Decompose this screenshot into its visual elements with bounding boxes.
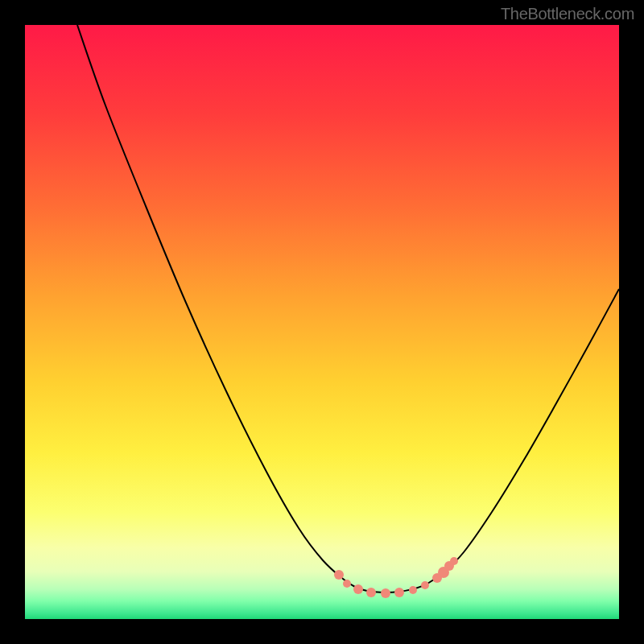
bottleneck-curve [25, 25, 619, 619]
curve-marker [366, 588, 376, 597]
curve-marker [353, 584, 363, 594]
curve-marker [343, 580, 351, 588]
curve-marker [381, 588, 390, 598]
curve-marker [334, 570, 344, 580]
watermark-text: TheBottleneck.com [501, 5, 634, 23]
plot-area [25, 25, 619, 619]
curve-marker [394, 588, 404, 597]
curve-marker [409, 586, 417, 594]
curve-marker [450, 557, 458, 565]
curve-marker [421, 581, 429, 589]
